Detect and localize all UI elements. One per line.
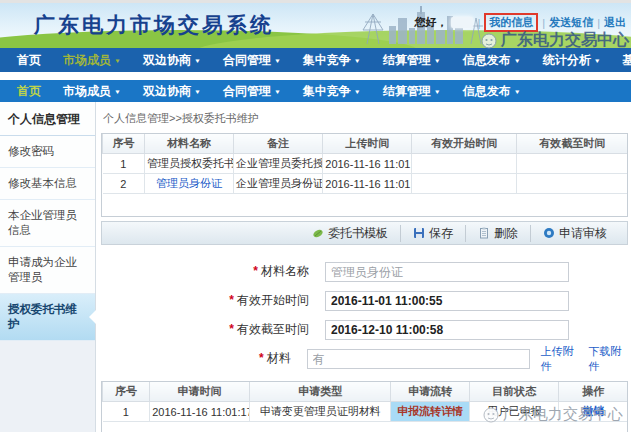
greeting-text: 您好，: [414, 15, 447, 30]
nav-item-label: 市场成员: [63, 83, 111, 100]
sidebar-item-label: 修改密码: [8, 145, 54, 157]
secondary-nav-item[interactable]: 信息发布: [452, 83, 532, 100]
materials-column-header: 有效截至时间: [517, 134, 627, 154]
required-asterisk-icon: [259, 351, 267, 365]
form-row-valid-to: 有效截至时间: [101, 319, 628, 340]
delete-button[interactable]: 删除: [465, 225, 530, 242]
nav-item-label: 统计分析: [543, 52, 591, 69]
my-info-link[interactable]: 我的信息: [489, 16, 533, 28]
nav-item-label: 首页: [17, 52, 41, 69]
divider: [542, 17, 545, 29]
secondary-nav-item[interactable]: 双边协商: [132, 83, 212, 100]
primary-nav-item[interactable]: 基础信息: [612, 52, 631, 69]
materials-column-header: 备注: [234, 134, 323, 154]
flow-detail-link[interactable]: 申报流转详情: [391, 402, 470, 422]
chevron-down-icon: [434, 88, 441, 94]
sidebar-item[interactable]: 本企业管理员信息: [0, 200, 95, 247]
applications-table-row[interactable]: 1 2016-11-16 11:01:17 申请变更管理员证明材料 申报流转详情…: [103, 402, 628, 422]
primary-nav-item[interactable]: 统计分析: [532, 52, 612, 69]
save-icon: [413, 227, 425, 239]
nav-item-label: 集中竞争: [303, 52, 351, 69]
field-label: 材料: [101, 350, 307, 367]
revoke-link[interactable]: 撤销: [559, 402, 627, 422]
review-icon: [543, 227, 555, 239]
sidebar-item-label: 本企业管理员信息: [8, 209, 77, 236]
cell-status: 用户已申报: [470, 402, 559, 422]
user-bar: 您好， 我的信息 发送短信 退出: [414, 13, 626, 32]
send-sms-link[interactable]: 发送短信: [549, 15, 593, 30]
valid-to-input[interactable]: [325, 320, 569, 340]
attachment-links: 上传附件 下载附件: [540, 344, 628, 374]
upload-attachment-link[interactable]: 上传附件: [540, 344, 580, 374]
secondary-nav-item[interactable]: 市场成员: [52, 83, 132, 100]
applications-table: 序号申请时间申请类型申请流转目前状态操作 1 2016-11-16 11:01:…: [101, 381, 628, 432]
materials-column-header: 材料名称: [144, 134, 233, 154]
primary-nav-item[interactable]: 首页: [6, 52, 52, 69]
required-asterisk-icon: [229, 293, 237, 307]
materials-table-row[interactable]: 1 管理员授权委托书 企业管理员委托授权书 2016-11-16 11:01:1…: [103, 154, 628, 174]
materials-table-row[interactable]: 2 管理员身份证 企业管理员身份证 2016-11-16 11:01:17: [103, 174, 628, 194]
nav-item-label: 结算管理: [383, 52, 431, 69]
applications-column-header: 序号: [103, 382, 150, 402]
primary-nav-item[interactable]: 结算管理: [372, 52, 452, 69]
toolbar: 委托书模板 保存 删除: [101, 221, 628, 245]
cell-apply-time: 2016-11-16 11:01:17: [150, 402, 250, 422]
cell-valid-from: [412, 154, 517, 174]
nav-item-label: 首页: [17, 83, 41, 100]
button-label: 委托书模板: [328, 225, 388, 242]
chevron-down-icon: [274, 57, 281, 63]
breadcrumb: 个人信息管理>>授权委托书维护: [103, 111, 628, 126]
secondary-nav-item[interactable]: 合同管理: [212, 83, 292, 100]
sidebar-item[interactable]: 修改基本信息: [0, 168, 95, 200]
cell-material-name[interactable]: 管理员身份证: [144, 174, 233, 194]
app-window: 广东电力市场交易系统 您好， 我的信息 发送短信 退出 广东电力交易中心 首页: [0, 0, 631, 432]
materials-column-header: 序号: [103, 134, 145, 154]
field-label: 有效截至时间: [101, 321, 325, 338]
secondary-nav-item[interactable]: 首页: [6, 83, 52, 100]
request-review-button[interactable]: 申请审核: [530, 225, 619, 242]
material-file-input[interactable]: [307, 349, 531, 369]
sidebar-item[interactable]: 修改密码: [0, 136, 95, 168]
primary-nav: 首页 市场成员 双边协商 合同管理 集中竞争: [0, 48, 631, 72]
sidebar-item[interactable]: 授权委托书维护: [0, 294, 95, 341]
chevron-down-icon: [514, 57, 521, 63]
applications-column-header: 申请类型: [249, 382, 391, 402]
download-attachment-link[interactable]: 下载附件: [588, 344, 628, 374]
main-content: 个人信息管理>>授权委托书维护 序号材料名称备注上传时间有效开始时间有效截至时间: [96, 102, 631, 432]
secondary-nav-item[interactable]: 结算管理: [372, 83, 452, 100]
materials-column-header: 有效开始时间: [412, 134, 517, 154]
primary-nav-item[interactable]: 集中竞争: [292, 52, 372, 69]
annotation-red-box: 我的信息: [484, 13, 538, 32]
template-button[interactable]: 委托书模板: [300, 225, 400, 242]
divider: [477, 17, 480, 29]
primary-nav-item[interactable]: 市场成员: [52, 52, 132, 69]
applications-column-header: 目前状态: [470, 382, 559, 402]
chevron-down-icon: [434, 57, 441, 63]
primary-nav-item[interactable]: 信息发布: [452, 52, 532, 69]
valid-from-input[interactable]: [325, 291, 569, 311]
logout-link[interactable]: 退出: [604, 15, 626, 30]
primary-nav-item[interactable]: 合同管理: [212, 52, 292, 69]
cell-upload-time: 2016-11-16 11:01:17: [323, 174, 412, 194]
cell-upload-time: 2016-11-16 11:01:17: [323, 154, 412, 174]
secondary-nav: 首页 市场成员 双边协商 合同管理 集中竞争: [0, 80, 631, 102]
chevron-down-icon: [274, 88, 281, 94]
cell-material-name[interactable]: 管理员授权委托书: [144, 154, 233, 174]
primary-nav-item[interactable]: 双边协商: [132, 52, 212, 69]
save-button[interactable]: 保存: [400, 225, 465, 242]
nav-item-label: 市场成员: [63, 52, 111, 69]
cell-valid-from: [412, 174, 517, 194]
material-name-input[interactable]: [325, 262, 569, 282]
nav-item-label: 结算管理: [383, 83, 431, 100]
form-row-valid-from: 有效开始时间: [101, 290, 628, 311]
required-asterisk-icon: [229, 322, 237, 336]
header: 广东电力市场交易系统 您好， 我的信息 发送短信 退出: [0, 3, 631, 48]
cell-note: 企业管理员身份证: [234, 174, 323, 194]
chevron-down-icon: [514, 88, 521, 94]
page-body: 个人信息管理 修改密码 修改基本信息 本企业管理员信息: [0, 102, 631, 432]
sidebar-title: 个人信息管理: [0, 102, 95, 136]
form-row-material-file: 材料 上传附件 下载附件: [101, 348, 628, 369]
nav-divider: [0, 72, 631, 80]
secondary-nav-item[interactable]: 集中竞争: [292, 83, 372, 100]
sidebar-item[interactable]: 申请成为企业管理员: [0, 247, 95, 294]
